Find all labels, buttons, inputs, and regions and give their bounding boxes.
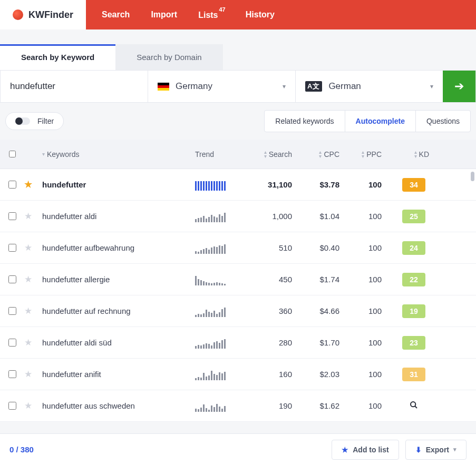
trend-sparkline-icon — [195, 179, 248, 191]
sort-icon: ▴▾ — [362, 150, 364, 159]
star-icon[interactable]: ★ — [24, 338, 32, 348]
trend-sparkline-icon — [195, 305, 248, 317]
row-checkbox[interactable] — [8, 402, 16, 410]
kd-cell: 25 — [390, 210, 438, 223]
svg-line-1 — [415, 406, 417, 408]
tab-search-by-keyword[interactable]: Search by Keyword — [0, 44, 115, 70]
toggle-icon — [15, 117, 30, 125]
kd-badge: 25 — [402, 210, 425, 223]
search-submit-button[interactable]: ➔ — [443, 71, 475, 102]
row-checkbox[interactable] — [8, 212, 16, 220]
nav-import[interactable]: Import — [151, 10, 177, 19]
row-checkbox[interactable] — [8, 339, 16, 347]
trend-cell — [195, 305, 248, 317]
location-label: Germany — [176, 81, 212, 92]
select-all-checkbox[interactable] — [9, 151, 16, 157]
keyword-cell[interactable]: hundefutter anifit — [42, 370, 195, 379]
add-to-list-button[interactable]: ★ Add to list — [332, 440, 399, 460]
filter-toggle[interactable]: Filter — [5, 112, 64, 130]
nav-search[interactable]: Search — [102, 10, 130, 19]
export-button[interactable]: ⬇ Export ▾ — [405, 440, 467, 460]
cpc-cell: $1.70 — [300, 338, 348, 347]
kd-cell: 24 — [390, 241, 438, 255]
row-checkbox[interactable] — [8, 181, 16, 189]
trend-sparkline-icon — [195, 337, 248, 349]
nav-lists-badge: 47 — [219, 6, 226, 13]
ppc-cell: 100 — [348, 243, 390, 252]
cpc-cell: $1.74 — [300, 275, 348, 284]
keyword-input[interactable] — [1, 71, 148, 102]
controls-row: Filter Related keywords Autocomplete Que… — [0, 103, 476, 140]
trend-sparkline-icon — [195, 211, 248, 222]
scrollbar-thumb[interactable] — [471, 172, 474, 181]
download-icon: ⬇ — [415, 446, 422, 454]
nav-lists[interactable]: Lists47 — [198, 9, 225, 20]
ppc-cell: 100 — [348, 401, 390, 410]
star-icon[interactable]: ★ — [24, 211, 32, 221]
table-row: ★hundefutter aldi süd280$1.7010023 — [0, 327, 476, 359]
svg-point-0 — [411, 402, 415, 407]
search-cell: 160 — [248, 370, 300, 379]
footer-bar: 0 / 380 ★ Add to list ⬇ Export ▾ — [0, 433, 476, 465]
tab-autocomplete[interactable]: Autocomplete — [345, 111, 415, 132]
row-checkbox[interactable] — [8, 244, 16, 252]
cpc-cell: $1.04 — [300, 212, 348, 221]
trend-sparkline-icon — [195, 242, 248, 254]
keyword-cell[interactable]: hundefutter aus schweden — [42, 401, 195, 410]
col-cpc[interactable]: ▴▾CPC — [300, 150, 348, 159]
keyword-cell[interactable]: hundefutter auf rechnung — [42, 306, 195, 315]
language-selector[interactable]: A文 German ▾ — [295, 71, 443, 102]
tab-questions[interactable]: Questions — [415, 111, 470, 132]
row-checkbox[interactable] — [8, 275, 16, 283]
selection-count: 0 / 380 — [9, 445, 34, 454]
search-icon[interactable] — [410, 401, 418, 411]
star-icon[interactable]: ★ — [24, 274, 32, 284]
ppc-cell: 100 — [348, 212, 390, 221]
trend-cell — [195, 400, 248, 412]
add-to-list-label: Add to list — [353, 446, 388, 454]
trend-sparkline-icon — [195, 274, 248, 285]
main-nav: Search Import Lists47 History — [86, 0, 290, 29]
nav-history[interactable]: History — [246, 10, 275, 19]
row-checkbox[interactable] — [8, 370, 16, 378]
keyword-cell[interactable]: hundefutter allergie — [42, 275, 195, 284]
keyword-cell[interactable]: hundefutter aldi — [42, 212, 195, 221]
col-search[interactable]: ▴▾Search — [248, 150, 300, 159]
ppc-cell: 100 — [348, 275, 390, 284]
ppc-cell: 100 — [348, 180, 390, 189]
location-selector[interactable]: Germany ▾ — [148, 71, 295, 102]
nav-lists-label: Lists — [198, 11, 218, 19]
keyword-cell[interactable]: hundefutter aldi süd — [42, 338, 195, 347]
search-cell: 360 — [248, 306, 300, 315]
brand-logo-icon — [13, 9, 23, 20]
keyword-cell[interactable]: hundefutter — [42, 180, 195, 189]
star-icon: ★ — [342, 446, 348, 454]
row-checkbox[interactable] — [8, 307, 16, 315]
col-keywords[interactable]: ▾Keywords — [42, 150, 195, 159]
cpc-cell: $2.03 — [300, 370, 348, 379]
star-icon[interactable]: ★ — [24, 401, 32, 411]
brand-name: KWFinder — [28, 9, 73, 21]
tab-related-keywords[interactable]: Related keywords — [265, 111, 344, 132]
export-label: Export — [426, 446, 449, 454]
chevron-down-icon: ▾ — [453, 446, 456, 453]
col-ppc[interactable]: ▴▾PPC — [348, 150, 390, 159]
table-row: ★hundefutter anifit160$2.0310031 — [0, 359, 476, 390]
star-icon[interactable]: ★ — [24, 180, 32, 190]
tab-search-by-domain[interactable]: Search by Domain — [115, 44, 222, 70]
star-icon[interactable]: ★ — [24, 369, 32, 379]
table-row: ★hundefutter allergie450$1.7410022 — [0, 264, 476, 295]
kd-cell: 19 — [390, 304, 438, 318]
table-row: ★hundefutter31,100$3.7810034 — [0, 169, 476, 201]
search-cell: 1,000 — [248, 212, 300, 221]
sort-icon: ▴▾ — [414, 150, 417, 159]
table-row: ★hundefutter aldi1,000$1.0410025 — [0, 201, 476, 232]
trend-sparkline-icon — [195, 369, 248, 380]
search-cell: 510 — [248, 243, 300, 252]
ppc-cell: 100 — [348, 370, 390, 379]
star-icon[interactable]: ★ — [24, 243, 32, 253]
col-kd[interactable]: ▴▾KD — [390, 150, 438, 159]
keyword-cell[interactable]: hundefutter aufbewahrung — [42, 243, 195, 252]
germany-flag-icon — [158, 83, 169, 91]
star-icon[interactable]: ★ — [24, 306, 32, 316]
